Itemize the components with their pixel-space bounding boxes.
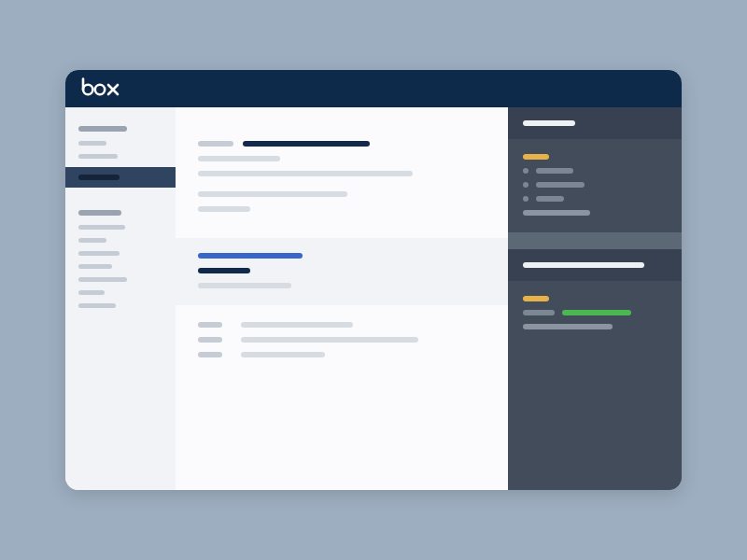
panel-card-header [508,107,682,139]
sidebar-item-active[interactable] [65,167,176,188]
app-body [65,107,682,490]
section-highlight [176,238,508,305]
bullet-icon [523,182,529,188]
svg-point-1 [83,85,92,94]
panel-card-2 [508,281,682,490]
detail-row [198,352,486,357]
panel-spacer [508,232,682,249]
detail-row [198,337,486,343]
status-value [562,310,631,315]
box-logo-icon [80,77,121,96]
detail-value [241,352,325,357]
text-line [198,156,280,161]
app-window: box [65,70,682,490]
card-footer [523,324,613,329]
sidebar-heading [78,210,121,216]
section-details [198,305,486,357]
text-line [198,206,250,212]
section-overview [198,141,486,212]
sidebar-item[interactable] [78,277,127,282]
sidebar-heading [78,126,127,132]
bullet-icon [523,196,529,202]
detail-row [198,322,486,328]
tag-badge [523,296,549,301]
main-content [176,107,508,490]
breadcrumb-label [198,141,233,147]
sidebar-item[interactable] [78,264,112,269]
section-heading[interactable] [198,253,303,259]
status-label [523,310,555,315]
text-line [198,191,347,197]
card-title [523,262,644,268]
detail-key [198,352,222,357]
sidebar-item[interactable] [78,238,106,243]
tag-badge [523,154,549,160]
panel-card-1 [508,139,682,232]
sidebar-group-1 [65,126,176,188]
brand-logo [80,77,121,100]
text-line [198,171,413,176]
list-item-label [536,182,585,188]
titlebar: box [65,70,682,107]
section-subheading [198,268,250,273]
svg-point-2 [95,85,105,94]
list-item-label [536,196,564,202]
detail-key [198,322,222,328]
right-panel [508,107,682,490]
page-title [243,141,370,147]
card-footer [523,210,590,216]
list-item[interactable] [523,168,667,174]
sidebar-group-2 [65,210,176,308]
sidebar-item[interactable] [78,290,105,295]
bullet-icon [523,168,529,174]
sidebar [65,107,176,490]
detail-key [198,337,222,343]
sidebar-item[interactable] [78,154,118,159]
panel-card-header [508,249,682,281]
detail-value [241,322,353,328]
text-line [198,283,291,288]
breadcrumb-row [198,141,486,147]
sidebar-item[interactable] [78,251,120,256]
list-item-label [536,168,573,174]
list-item[interactable] [523,196,667,202]
sidebar-item[interactable] [78,141,106,146]
detail-value [241,337,418,343]
card-title [523,120,575,126]
list-item[interactable] [523,182,667,188]
sidebar-item[interactable] [78,225,125,230]
sidebar-item[interactable] [78,303,116,308]
